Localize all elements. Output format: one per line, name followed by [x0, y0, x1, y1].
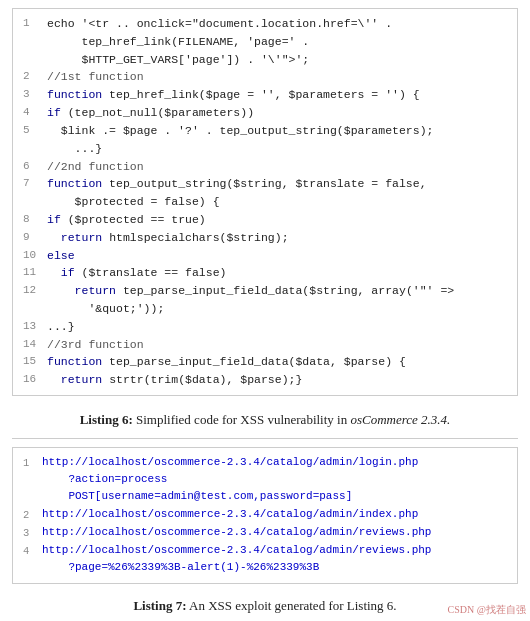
- url-line-4: 4 http://localhost/oscommerce-2.3.4/cata…: [23, 542, 507, 576]
- url-num: 1: [23, 454, 37, 471]
- code-text: if ($translate == false): [47, 264, 226, 282]
- code-line: 13 ...}: [23, 318, 507, 336]
- main-container: 1 echo '<tr .. onclick="document.locatio…: [0, 0, 530, 621]
- line-num: 7: [23, 175, 41, 193]
- code-block-listing6: 1 echo '<tr .. onclick="document.locatio…: [12, 8, 518, 396]
- code-text: ...}: [47, 318, 75, 336]
- code-line: 2 //1st function: [23, 68, 507, 86]
- code-line: 16 return strtr(trim($data), $parse);}: [23, 371, 507, 389]
- url-text: http://localhost/oscommerce-2.3.4/catalo…: [42, 524, 431, 541]
- url-num: 2: [23, 506, 37, 523]
- code-line: 11 if ($translate == false): [23, 264, 507, 282]
- caption-listing7: Listing 7: An XSS exploit generated for …: [12, 592, 518, 620]
- code-text: '&quot;'));: [47, 300, 164, 318]
- line-num: 15: [23, 353, 41, 371]
- code-text: function tep_output_string($string, $tra…: [47, 175, 427, 193]
- url-line-2: 2 http://localhost/oscommerce-2.3.4/cata…: [23, 506, 507, 523]
- url-text: http://localhost/oscommerce-2.3.4/catalo…: [42, 542, 431, 576]
- line-num: 6: [23, 158, 41, 176]
- code-text: else: [47, 247, 75, 265]
- line-num: 13: [23, 318, 41, 336]
- line-num: 12: [23, 282, 41, 300]
- code-line: 9 return htmlspecialchars($string);: [23, 229, 507, 247]
- code-text: function tep_parse_input_field_data($dat…: [47, 353, 406, 371]
- code-text: $link .= $page . '?' . tep_output_string…: [47, 122, 433, 140]
- caption-listing6: Listing 6: Simplified code for XSS vulne…: [12, 404, 518, 439]
- url-line-1: 1 http://localhost/oscommerce-2.3.4/cata…: [23, 454, 507, 505]
- code-line: 3 function tep_href_link($page = '', $pa…: [23, 86, 507, 104]
- code-text: function tep_href_link($page = '', $para…: [47, 86, 420, 104]
- code-text: return strtr(trim($data), $parse);}: [47, 371, 302, 389]
- code-line: ...}: [23, 140, 507, 158]
- code-line: $HTTP_GET_VARS['page']) . '\'">';: [23, 51, 507, 69]
- code-line: 1 echo '<tr .. onclick="document.locatio…: [23, 15, 507, 33]
- code-line: $protected = false) {: [23, 193, 507, 211]
- line-num: 16: [23, 371, 41, 389]
- url-num: 3: [23, 524, 37, 541]
- code-text: if (tep_not_null($parameters)): [47, 104, 254, 122]
- line-num: [23, 51, 41, 69]
- line-num: 4: [23, 104, 41, 122]
- line-num: [23, 33, 41, 51]
- url-line-3: 3 http://localhost/oscommerce-2.3.4/cata…: [23, 524, 507, 541]
- code-line: 8 if ($protected == true): [23, 211, 507, 229]
- code-text: //1st function: [47, 68, 144, 86]
- line-num: 14: [23, 336, 41, 354]
- listing6-caption-bold: Listing 6:: [80, 412, 133, 427]
- listing6-caption-text: Simplified code for XSS vulnerability in…: [136, 412, 450, 427]
- code-line: 14 //3rd function: [23, 336, 507, 354]
- code-line: 15 function tep_parse_input_field_data($…: [23, 353, 507, 371]
- line-num: 8: [23, 211, 41, 229]
- listing6-caption-italic: osCommerce 2.3.4.: [350, 412, 450, 427]
- line-num: 1: [23, 15, 41, 33]
- code-line: 5 $link .= $page . '?' . tep_output_stri…: [23, 122, 507, 140]
- code-text: tep_href_link(FILENAME, 'page=' .: [47, 33, 309, 51]
- url-text: http://localhost/oscommerce-2.3.4/catalo…: [42, 506, 418, 523]
- code-line: 4 if (tep_not_null($parameters)): [23, 104, 507, 122]
- code-text: //3rd function: [47, 336, 144, 354]
- code-text: if ($protected == true): [47, 211, 206, 229]
- line-num: 9: [23, 229, 41, 247]
- code-text: $HTTP_GET_VARS['page']) . '\'">';: [47, 51, 309, 69]
- url-num: 4: [23, 542, 37, 559]
- line-num: 2: [23, 68, 41, 86]
- url-block-listing7: 1 http://localhost/oscommerce-2.3.4/cata…: [12, 447, 518, 585]
- line-num: 5: [23, 122, 41, 140]
- code-line: '&quot;'));: [23, 300, 507, 318]
- code-line: 10 else: [23, 247, 507, 265]
- line-num: [23, 193, 41, 211]
- watermark: CSDN @找茬自强: [448, 603, 526, 617]
- code-line: 6 //2nd function: [23, 158, 507, 176]
- listing7-caption-bold: Listing 7:: [133, 598, 186, 613]
- url-text: http://localhost/oscommerce-2.3.4/catalo…: [42, 454, 418, 505]
- code-text: $protected = false) {: [47, 193, 220, 211]
- line-num: [23, 300, 41, 318]
- line-num: [23, 140, 41, 158]
- code-text: return htmlspecialchars($string);: [47, 229, 289, 247]
- code-text: ...}: [47, 140, 102, 158]
- code-line: 7 function tep_output_string($string, $t…: [23, 175, 507, 193]
- line-num: 10: [23, 247, 41, 265]
- code-line: tep_href_link(FILENAME, 'page=' .: [23, 33, 507, 51]
- line-num: 3: [23, 86, 41, 104]
- line-num: 11: [23, 264, 41, 282]
- code-line: 12 return tep_parse_input_field_data($st…: [23, 282, 507, 300]
- code-text: //2nd function: [47, 158, 144, 176]
- code-text: echo '<tr .. onclick="document.location.…: [47, 15, 392, 33]
- code-text: return tep_parse_input_field_data($strin…: [47, 282, 454, 300]
- listing7-caption-text: An XSS exploit generated for Listing 6.: [189, 598, 397, 613]
